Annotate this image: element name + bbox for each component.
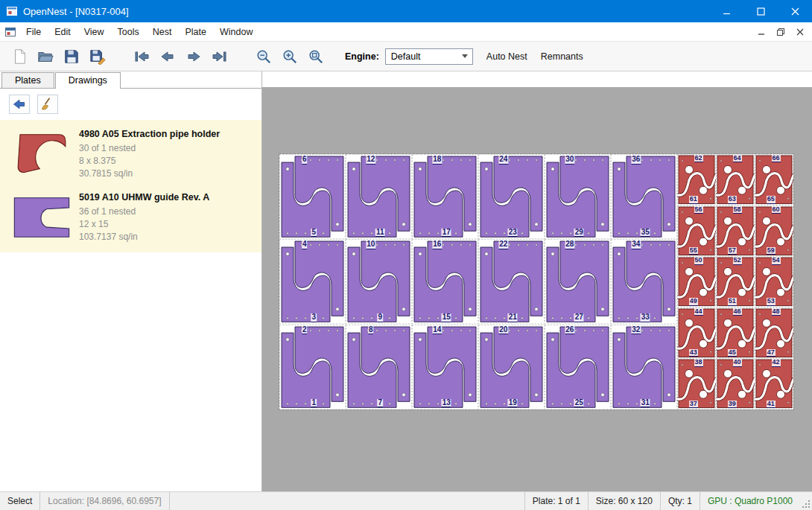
- nest-cell[interactable]: 2221: [478, 239, 545, 324]
- nest-cell[interactable]: 2625: [545, 325, 611, 409]
- zoom-in-button[interactable]: [278, 45, 302, 68]
- part-number-top: 54: [772, 257, 781, 264]
- part-number-top: 36: [631, 156, 641, 165]
- nest-cell[interactable]: 5453: [755, 256, 793, 307]
- red-grid: 6261646366655655585760595049525154534443…: [677, 154, 793, 409]
- nav-next-button[interactable]: [182, 45, 206, 68]
- return-arrow-icon: [12, 97, 27, 112]
- nest-cell[interactable]: 5857: [716, 205, 755, 257]
- part-number-top: 2: [302, 326, 308, 335]
- nest-cell[interactable]: 2423: [478, 154, 545, 239]
- engine-select[interactable]: Default: [385, 48, 473, 65]
- nest-pair-graphic: [279, 239, 346, 324]
- nest-cell[interactable]: 2827: [545, 239, 611, 324]
- nest-cell[interactable]: 65: [279, 154, 346, 239]
- zoom-out-icon: [256, 48, 272, 65]
- part-number-top: 56: [694, 206, 703, 214]
- part-number-top: 58: [733, 206, 742, 214]
- menu-item-plate[interactable]: Plate: [178, 24, 213, 40]
- nest-pair-graphic: [611, 239, 677, 324]
- part-number-top: 62: [694, 155, 703, 162]
- nest-cell[interactable]: 4645: [716, 307, 755, 359]
- nest-cell[interactable]: 43: [279, 239, 346, 324]
- part-number-top: 22: [498, 240, 508, 249]
- nest-cell[interactable]: 1413: [412, 325, 478, 409]
- status-size: Size: 60 x 120: [589, 492, 660, 510]
- nest-cell[interactable]: 4443: [677, 307, 716, 359]
- nest-cell[interactable]: 5049: [677, 256, 716, 307]
- nest-cell[interactable]: 21: [279, 325, 346, 409]
- close-button[interactable]: [778, 0, 812, 22]
- new-file-button[interactable]: [7, 45, 31, 68]
- nest-cell[interactable]: 6059: [755, 205, 793, 257]
- nav-prev-button[interactable]: [156, 45, 180, 68]
- nest-cell[interactable]: 2019: [478, 325, 545, 409]
- nest-cell[interactable]: 5251: [716, 256, 755, 307]
- save-as-button[interactable]: [86, 45, 110, 68]
- nest-cell[interactable]: 6463: [716, 154, 755, 205]
- mdi-minimize-button[interactable]: [752, 25, 770, 39]
- main-toolbar: Engine: Default Auto Nest Remnants: [0, 42, 812, 71]
- nest-cell[interactable]: 3433: [611, 239, 677, 324]
- grip-dots-icon: [802, 500, 811, 509]
- part-nested-count: 30 of 1 nested: [79, 142, 220, 155]
- part-number-bottom: 39: [728, 401, 737, 408]
- minimize-button[interactable]: [709, 0, 743, 22]
- tab-drawings[interactable]: Drawings: [55, 72, 121, 89]
- auto-nest-button[interactable]: Auto Nest: [486, 51, 527, 62]
- list-item[interactable]: 5019 A10 UHMW guide Rev. A 36 of 1 neste…: [0, 185, 261, 248]
- nest-cell[interactable]: 1615: [412, 239, 478, 324]
- nest-cell[interactable]: 1211: [346, 154, 412, 239]
- nav-last-button[interactable]: [208, 45, 232, 68]
- mdi-restore-button[interactable]: [772, 25, 789, 39]
- menu-item-edit[interactable]: Edit: [48, 24, 77, 40]
- part-number-bottom: 55: [689, 247, 698, 255]
- return-part-button[interactable]: [9, 95, 30, 114]
- zoom-fit-button[interactable]: [304, 45, 328, 68]
- part-thumbnail: [4, 191, 79, 243]
- clear-broom-button[interactable]: [37, 95, 58, 114]
- nav-last-icon: [212, 48, 228, 65]
- nav-first-button[interactable]: [130, 45, 153, 68]
- save-file-button[interactable]: [60, 45, 83, 68]
- open-file-button[interactable]: [34, 45, 57, 68]
- nest-cell[interactable]: 87: [346, 325, 412, 409]
- remnants-button[interactable]: Remnants: [541, 51, 583, 62]
- nest-cell[interactable]: 4847: [755, 307, 793, 359]
- menu-item-file[interactable]: File: [19, 24, 48, 40]
- nest-cell[interactable]: 109: [346, 239, 412, 324]
- part-number-bottom: 53: [767, 298, 775, 305]
- nest-cell[interactable]: 6665: [755, 154, 793, 205]
- resize-grip[interactable]: [800, 492, 812, 510]
- mdi-close-button[interactable]: [791, 25, 808, 39]
- menu-item-view[interactable]: View: [77, 24, 111, 40]
- nest-cell[interactable]: 1817: [412, 154, 478, 239]
- nest-cell[interactable]: 3837: [677, 358, 716, 409]
- nest-cell[interactable]: 4241: [755, 358, 793, 409]
- nest-cell[interactable]: 6261: [677, 154, 716, 205]
- nest-cell[interactable]: 5655: [677, 205, 716, 257]
- zoom-out-button[interactable]: [252, 45, 276, 68]
- part-number-top: 24: [498, 156, 508, 165]
- nest-canvas[interactable]: 6512111817242330293635431091615222128273…: [262, 71, 812, 491]
- menu-item-tools[interactable]: Tools: [111, 24, 146, 40]
- nest-cell[interactable]: 3029: [545, 154, 611, 239]
- part-number-bottom: 59: [767, 247, 775, 255]
- nest-cell[interactable]: 4039: [716, 358, 755, 409]
- tab-plates[interactable]: Plates: [1, 72, 54, 88]
- nest-pair-graphic: [346, 239, 412, 324]
- maximize-button[interactable]: [743, 0, 778, 22]
- list-item[interactable]: 4980 A05 Extraction pipe holder 30 of 1 …: [0, 121, 261, 185]
- nest-pair-graphic: [412, 239, 478, 324]
- menubar: File Edit View Tools Nest Plate Window: [0, 22, 812, 42]
- nav-prev-icon: [159, 48, 176, 65]
- nest-cell[interactable]: 3635: [611, 154, 677, 239]
- part-number-top: 52: [733, 257, 742, 264]
- part-info: 5019 A10 UHMW guide Rev. A 36 of 1 neste…: [79, 191, 209, 243]
- canvas-background[interactable]: 6512111817242330293635431091615222128273…: [262, 87, 812, 491]
- nest-cell[interactable]: 3231: [611, 325, 677, 409]
- sidebar-toolbar: [0, 89, 261, 120]
- menu-item-nest[interactable]: Nest: [146, 24, 179, 40]
- menu-item-window[interactable]: Window: [213, 24, 259, 40]
- part-number-top: 28: [565, 240, 574, 249]
